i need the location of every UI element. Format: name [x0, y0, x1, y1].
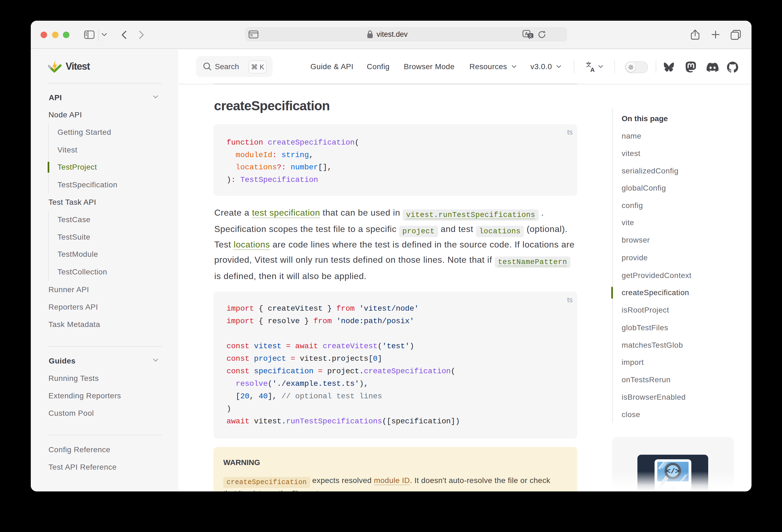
svg-text:文: 文	[529, 34, 532, 38]
svg-text:A: A	[525, 31, 528, 36]
svg-text:A: A	[590, 66, 595, 72]
